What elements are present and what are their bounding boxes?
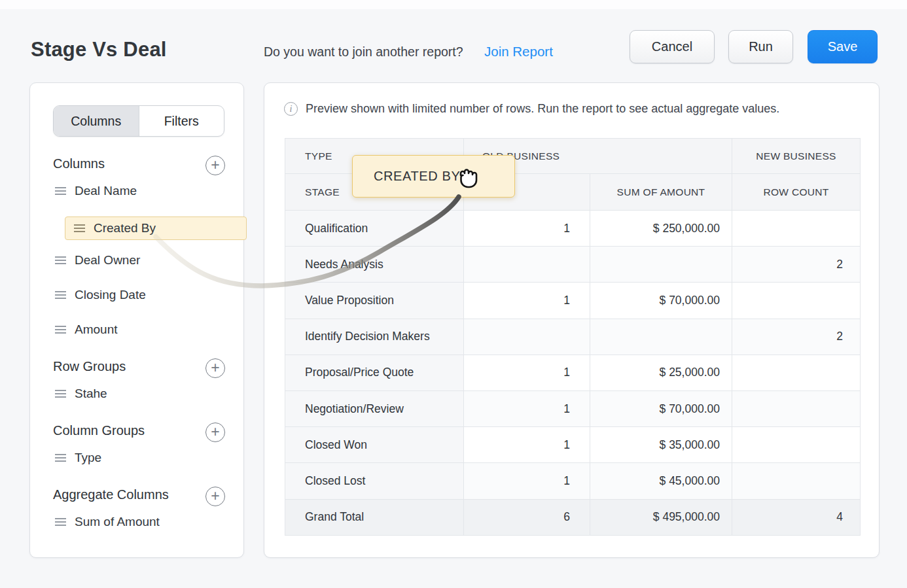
section-title-column-groups: Column Groups bbox=[53, 423, 145, 438]
count-cell bbox=[464, 247, 590, 282]
drag-handle-icon[interactable] bbox=[55, 256, 66, 264]
grand-total-amount-cell: $ 495,000.00 bbox=[590, 500, 732, 535]
stage-cell: Proposal/Price Quote bbox=[285, 355, 463, 390]
count-cell: 1 bbox=[464, 391, 590, 426]
count-cell: 1 bbox=[464, 355, 590, 390]
info-icon bbox=[284, 102, 298, 116]
drag-handle-icon[interactable] bbox=[55, 390, 66, 398]
table-header-sum-of-amount: SUM OF AMOUNT bbox=[590, 174, 732, 210]
table-group-new-business: NEW BUSINESS bbox=[732, 139, 860, 173]
amount-cell: $ 70,000.00 bbox=[590, 283, 732, 318]
row-count-cell bbox=[732, 355, 860, 390]
amount-cell: $ 70,000.00 bbox=[590, 391, 732, 426]
stage-cell: Value Proposition bbox=[285, 283, 463, 318]
count-cell: 1 bbox=[464, 211, 590, 246]
join-prompt-text: Do you want to join another report? bbox=[264, 44, 463, 59]
amount-cell: $ 250,000.00 bbox=[590, 211, 732, 246]
amount-cell: $ 45,000.00 bbox=[590, 463, 732, 498]
stage-cell: Closed Lost bbox=[285, 463, 463, 498]
amount-cell bbox=[590, 319, 732, 355]
stage-cell: Closed Won bbox=[285, 427, 463, 462]
stage-cell: Identify Decision Makers bbox=[285, 319, 463, 355]
column-item-amount[interactable]: Amount bbox=[55, 322, 117, 337]
page-title: Stage Vs Deal bbox=[31, 38, 167, 61]
drag-handle-icon[interactable] bbox=[55, 454, 66, 462]
aggregate-item-sum-of-amount[interactable]: Sum of Amount bbox=[55, 515, 160, 529]
amount-cell: $ 35,000.00 bbox=[590, 427, 732, 462]
column-item-created-by[interactable]: Created By bbox=[65, 216, 247, 240]
add-column-group-icon[interactable] bbox=[205, 423, 225, 442]
tab-columns[interactable]: Columns bbox=[54, 106, 139, 136]
count-cell: 1 bbox=[464, 283, 590, 318]
sidebar-panel: Columns Filters Columns Deal Name Create… bbox=[29, 82, 244, 558]
join-prompt-row: Do you want to join another report? Join… bbox=[264, 44, 463, 64]
top-strip bbox=[0, 0, 907, 9]
tab-filters[interactable]: Filters bbox=[139, 106, 224, 136]
row-group-item-stahe[interactable]: Stahe bbox=[55, 387, 107, 401]
preview-table: TYPE OLD BUSINESS NEW BUSINESS STAGE SUM… bbox=[285, 138, 861, 536]
grand-total-count-cell: 6 bbox=[464, 500, 590, 535]
row-count-cell: 2 bbox=[732, 319, 860, 355]
column-group-item-type[interactable]: Type bbox=[55, 451, 101, 465]
column-item-deal-name[interactable]: Deal Name bbox=[55, 184, 137, 198]
sidebar-tabs: Columns Filters bbox=[53, 105, 224, 137]
row-count-cell bbox=[732, 283, 860, 318]
count-cell: 1 bbox=[464, 427, 590, 462]
grand-total-row-count-cell: 4 bbox=[732, 500, 860, 535]
count-cell bbox=[464, 319, 590, 355]
amount-cell bbox=[590, 247, 732, 282]
join-report-link[interactable]: Join Report bbox=[484, 44, 553, 60]
drag-handle-icon[interactable] bbox=[55, 291, 66, 299]
cancel-button[interactable]: Cancel bbox=[630, 30, 715, 63]
add-aggregate-column-icon[interactable] bbox=[205, 487, 225, 506]
drag-handle-icon[interactable] bbox=[74, 224, 85, 232]
count-cell: 1 bbox=[464, 463, 590, 498]
report-builder-screen: Stage Vs Deal Do you want to join anothe… bbox=[0, 0, 907, 588]
stage-cell: Needs Analysis bbox=[285, 247, 463, 282]
add-row-group-icon[interactable] bbox=[205, 358, 225, 378]
drag-ghost-chip[interactable]: CREATED BY bbox=[352, 155, 515, 198]
section-title-columns: Columns bbox=[53, 156, 105, 171]
row-count-cell bbox=[732, 427, 860, 462]
grand-total-label-cell: Grand Total bbox=[285, 500, 463, 535]
drag-handle-icon[interactable] bbox=[55, 518, 66, 526]
stage-cell: Qualification bbox=[285, 211, 463, 246]
section-title-row-groups: Row Groups bbox=[53, 359, 126, 374]
row-count-cell bbox=[732, 463, 860, 498]
preview-notice-text: Preview shown with limited number of row… bbox=[306, 102, 779, 116]
table-header-row-count: ROW COUNT bbox=[732, 174, 860, 210]
stage-cell: Negotiation/Review bbox=[285, 391, 463, 426]
amount-cell: $ 25,000.00 bbox=[590, 355, 732, 390]
column-item-deal-owner[interactable]: Deal Owner bbox=[55, 253, 140, 268]
run-button[interactable]: Run bbox=[728, 30, 793, 63]
column-item-closing-date[interactable]: Closing Date bbox=[55, 288, 146, 302]
section-title-aggregate-columns: Aggregate Columns bbox=[53, 487, 169, 502]
drag-handle-icon[interactable] bbox=[55, 326, 66, 334]
preview-panel: Preview shown with limited number of row… bbox=[264, 82, 880, 558]
preview-notice: Preview shown with limited number of row… bbox=[284, 102, 779, 116]
row-count-cell bbox=[732, 391, 860, 426]
row-count-cell bbox=[732, 211, 860, 246]
add-column-icon[interactable] bbox=[205, 156, 225, 175]
save-button[interactable]: Save bbox=[808, 30, 878, 63]
drag-handle-icon[interactable] bbox=[55, 187, 66, 195]
row-count-cell: 2 bbox=[732, 247, 860, 282]
